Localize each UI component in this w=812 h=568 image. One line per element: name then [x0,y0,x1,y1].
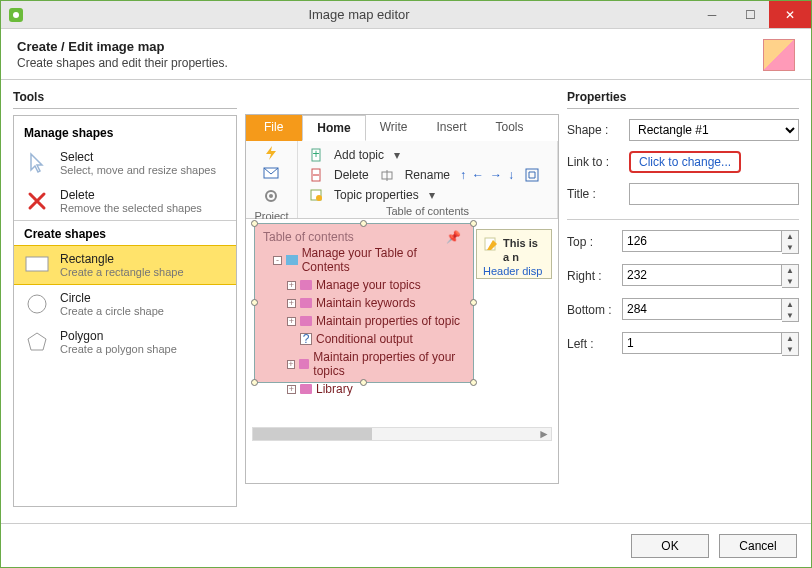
note-link[interactable]: Header disp [483,265,542,277]
svg-point-3 [28,295,46,313]
bottom-spin-down[interactable]: ▼ [782,310,798,321]
topic-props-icon [308,187,324,203]
toc-item-2[interactable]: Maintain properties of topic [316,314,460,328]
tab-home[interactable]: Home [302,115,365,141]
titlebar: Image map editor ─ ☐ ✕ [1,1,811,29]
cmd-delete[interactable]: Delete [334,168,369,182]
tab-tools[interactable]: Tools [481,115,538,141]
note-pencil-icon [483,236,499,252]
cmd-add-topic[interactable]: Add topic [334,148,384,162]
bottom-spin-up[interactable]: ▲ [782,299,798,310]
tool-select[interactable]: SelectSelect, move and resize shapes [14,144,236,182]
pin-icon[interactable]: 📌 [446,230,461,244]
page-title: Create / Edit image map [17,39,763,54]
expand-icon[interactable] [524,167,540,183]
note-card: This is a n Header disp [476,229,552,279]
tab-write[interactable]: Write [366,115,423,141]
svg-rect-14 [526,169,538,181]
move-arrows[interactable]: ↑←→↓ [460,168,514,182]
minimize-button[interactable]: ─ [693,1,731,28]
tool-circle[interactable]: CircleCreate a circle shape [14,285,236,323]
tab-file[interactable]: File [246,115,302,141]
left-spin-down[interactable]: ▼ [782,344,798,355]
left-spin-up[interactable]: ▲ [782,333,798,344]
scroll-thumb[interactable] [253,428,372,440]
add-topic-icon: + [308,147,324,163]
tool-polygon[interactable]: PolygonCreate a polygon shape [14,323,236,361]
polygon-icon [24,329,50,355]
bottom-input[interactable] [622,298,782,320]
left-label: Left : [567,337,616,351]
properties-separator [567,219,799,220]
cancel-button[interactable]: Cancel [719,534,797,558]
properties-section-title: Properties [567,90,799,109]
create-shapes-heading: Create shapes [14,220,236,245]
top-spin-down[interactable]: ▼ [782,242,798,253]
resize-handle-sw[interactable] [251,379,258,386]
right-input[interactable] [622,264,782,286]
mail-icon[interactable] [263,167,281,184]
cmd-rename[interactable]: Rename [405,168,450,182]
title-input[interactable] [629,183,799,205]
resize-handle-s[interactable] [360,379,367,386]
svg-rect-2 [26,257,48,271]
tools-section-title: Tools [13,90,237,109]
linkto-label: Link to : [567,155,623,169]
shape-label: Shape : [567,123,623,137]
toc-item-1[interactable]: Maintain keywords [316,296,415,310]
tool-rectangle[interactable]: RectangleCreate a rectangle shape [14,245,236,285]
scroll-right-arrow[interactable]: ► [537,428,551,440]
ribbon-tabs: File Home Write Insert Tools [246,115,558,141]
shape-select[interactable]: Rectangle #1 [629,119,799,141]
resize-handle-w[interactable] [251,299,258,306]
left-input[interactable] [622,332,782,354]
bottom-label: Bottom : [567,303,616,317]
top-spin-up[interactable]: ▲ [782,231,798,242]
rename-icon [379,167,395,183]
tools-panel: Manage shapes SelectSelect, move and res… [13,115,237,507]
circle-icon [24,291,50,317]
canvas-area[interactable]: Table of contents📌 -Manage your Table of… [246,219,558,445]
note-title: This is a n [503,237,538,263]
cursor-icon [24,150,50,176]
selection-rectangle[interactable]: Table of contents📌 -Manage your Table of… [254,223,474,383]
resize-handle-e[interactable] [470,299,477,306]
gear-icon[interactable] [263,188,281,206]
h-scrollbar[interactable]: ◄ ► [252,427,552,441]
title-label: Title : [567,187,623,201]
page-subtitle: Create shapes and edit their properties. [17,56,763,70]
resize-handle-ne[interactable] [470,220,477,227]
page-header: Create / Edit image map Create shapes an… [1,29,811,80]
close-button[interactable]: ✕ [769,1,811,28]
right-spin-up[interactable]: ▲ [782,265,798,276]
linkto-button[interactable]: Click to change... [629,151,741,173]
lightning-icon[interactable] [263,145,281,163]
right-label: Right : [567,269,616,283]
toc-item-5[interactable]: Library [316,382,353,396]
imagemap-icon [763,39,795,71]
resize-handle-nw[interactable] [251,220,258,227]
delete-x-icon [24,188,50,214]
svg-point-16 [316,195,322,201]
manage-shapes-heading: Manage shapes [14,122,236,144]
toc-item-3[interactable]: Conditional output [316,332,413,346]
delete-topic-icon [308,167,324,183]
toc-root[interactable]: Manage your Table of Contents [302,246,465,274]
window-title: Image map editor [25,7,693,22]
resize-handle-n[interactable] [360,220,367,227]
svg-marker-4 [28,333,46,350]
tab-insert[interactable]: Insert [422,115,481,141]
svg-text:+: + [312,148,319,161]
right-spin-down[interactable]: ▼ [782,276,798,287]
maximize-button[interactable]: ☐ [731,1,769,28]
toc-header-label: Table of contents [263,230,354,244]
canvas-preview: File Home Write Insert Tools Project + A… [245,114,559,484]
top-input[interactable] [622,230,782,252]
toc-item-4[interactable]: Maintain properties of your topics [313,350,465,378]
toc-item-0[interactable]: Manage your topics [316,278,421,292]
ok-button[interactable]: OK [631,534,709,558]
ribbon-group-project: Project [246,141,298,218]
tool-delete[interactable]: DeleteRemove the selected shapes [14,182,236,220]
resize-handle-se[interactable] [470,379,477,386]
cmd-topic-props[interactable]: Topic properties [334,188,419,202]
